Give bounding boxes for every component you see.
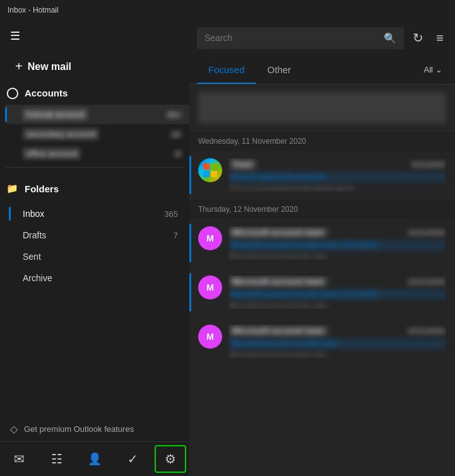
premium-link[interactable]: ◇ Get premium Outlook features <box>0 417 189 441</box>
bottom-nav: ✉ ☷ 👤 ✓ ⚙ <box>0 441 189 476</box>
folder-name-sent: Sent <box>23 252 41 262</box>
tasks-icon: ✓ <box>127 451 138 467</box>
email-subject: blurred subject link text here <box>228 172 446 182</box>
avatar <box>198 158 222 182</box>
search-icon[interactable]: 🔍 <box>384 32 396 44</box>
account-name: hotmail account <box>23 108 88 120</box>
search-bar: 🔍 ↻ ≡ <box>189 20 455 55</box>
app-title: Inbox - Hotmail <box>8 6 59 15</box>
tab-focused[interactable]: Focused <box>197 55 256 84</box>
premium-label: Get premium Outlook features <box>24 424 134 434</box>
svg-rect-3 <box>211 171 217 177</box>
accounts-section-label: ◯ Accounts <box>0 81 189 105</box>
email-sender: Team <box>228 158 257 170</box>
main-layout: ☰ + New mail ◯ Accounts hotmail account … <box>0 20 455 476</box>
list-item[interactable] <box>189 84 455 132</box>
new-mail-button[interactable]: + New mail <box>5 54 184 79</box>
calendar-icon: ☷ <box>51 451 62 467</box>
email-preview: This is a promotional email please ignor… <box>228 184 446 192</box>
account-item[interactable]: hotmail account 99+ <box>5 105 189 124</box>
email-subject: Microsoft account security code 12/11/20… <box>228 240 446 250</box>
unread-accent <box>189 224 191 262</box>
person-icon: ◯ <box>6 86 18 100</box>
list-item[interactable]: M Microsoft account team 12/11/2020 Micr… <box>189 268 455 317</box>
right-panel: 🔍 ↻ ≡ Focused Other All ⌄ <box>189 20 455 476</box>
folders-section-label: 📁 Folders <box>0 177 189 200</box>
tab-other[interactable]: Other <box>256 55 303 84</box>
account-badge: 5 <box>173 149 183 158</box>
settings-nav[interactable]: ⚙ <box>155 445 186 473</box>
filter-icon[interactable]: ≡ <box>432 27 447 49</box>
email-content: Microsoft account team 12/11/2020 Micros… <box>228 226 446 260</box>
email-subject: Microsoft account security code 12/11/20… <box>228 289 446 299</box>
account-badge: 99+ <box>165 110 183 119</box>
folder-item-sent[interactable]: Sent <box>5 246 184 267</box>
email-time: 12/11/2020 <box>406 228 446 237</box>
email-list: Wednesday, 11 November 2020 Team 4/11/20… <box>189 84 455 476</box>
folder-item-archive[interactable]: Archive <box>5 267 184 289</box>
email-time: 12/11/2020 <box>406 327 446 335</box>
account-name: office account <box>23 148 81 160</box>
folder-name-inbox: Inbox <box>23 209 44 219</box>
calendar-nav[interactable]: ☷ <box>41 445 73 473</box>
new-mail-label: New mail <box>28 61 71 73</box>
folders-list: Inbox 365 Drafts 7 Sent Archive <box>0 200 189 291</box>
search-input-container: 🔍 <box>197 27 404 49</box>
settings-icon: ⚙ <box>165 451 176 467</box>
mail-icon: ✉ <box>14 451 25 467</box>
chevron-down-icon: ⌄ <box>435 65 442 74</box>
sidebar-divider <box>5 167 184 168</box>
email-sender: Microsoft account team <box>228 226 328 238</box>
folder-name-archive: Archive <box>23 273 52 283</box>
account-item[interactable]: secondary account 12 <box>5 124 189 144</box>
hamburger-icon[interactable]: ☰ <box>10 29 25 43</box>
diamond-icon: ◇ <box>10 423 18 435</box>
people-icon: 👤 <box>88 452 102 466</box>
email-sender: Microsoft account team <box>228 276 328 287</box>
list-item[interactable]: M Microsoft account team 12/11/2020 Micr… <box>189 219 455 268</box>
sidebar: ☰ + New mail ◯ Accounts hotmail account … <box>0 20 189 476</box>
mail-nav[interactable]: ✉ <box>3 445 35 473</box>
email-row1: Microsoft account team 12/11/2020 <box>228 226 446 238</box>
email-time: 12/11/2020 <box>406 277 446 286</box>
folder-name-drafts: Drafts <box>23 230 46 240</box>
account-item[interactable]: office account 5 <box>5 144 189 163</box>
email-time: 4/11/2020 <box>410 160 446 169</box>
email-preview: Microsoft account security code... <box>228 252 446 260</box>
tabs-bar: Focused Other All ⌄ <box>189 55 455 84</box>
title-bar: Inbox - Hotmail <box>0 0 455 20</box>
email-row1: Microsoft account team 12/11/2020 <box>228 276 446 287</box>
unread-accent <box>189 156 191 194</box>
email-subject: Microsoft account security code <box>228 339 446 349</box>
accounts-list: hotmail account 99+ secondary account 12… <box>5 105 189 163</box>
list-item[interactable]: Team 4/11/2020 blurred subject link text… <box>189 151 455 200</box>
email-content: Team 4/11/2020 blurred subject link text… <box>228 158 446 192</box>
folder-count-inbox: 365 <box>164 209 178 219</box>
account-badge: 12 <box>169 130 183 139</box>
email-preview: Microsoft account security code... <box>228 301 446 309</box>
filter-all-button[interactable]: All ⌄ <box>419 61 447 78</box>
date-divider: Thursday, 12 November 2020 <box>189 200 455 219</box>
folder-item-drafts[interactable]: Drafts 7 <box>5 224 184 246</box>
search-input[interactable] <box>204 33 379 43</box>
account-name: secondary account <box>23 128 99 140</box>
folder-icon: 📁 <box>6 183 18 194</box>
avatar: M <box>198 226 222 250</box>
people-nav[interactable]: 👤 <box>79 445 110 473</box>
sync-icon[interactable]: ↻ <box>409 26 427 49</box>
folder-count-drafts: 7 <box>174 231 178 240</box>
date-divider: Wednesday, 11 November 2020 <box>189 132 455 151</box>
svg-rect-1 <box>211 163 217 170</box>
email-content: Microsoft account team 12/11/2020 Micros… <box>228 325 446 358</box>
blurred-email <box>198 92 446 124</box>
email-row1: Microsoft account team 12/11/2020 <box>228 325 446 337</box>
email-content: Microsoft account team 12/11/2020 Micros… <box>228 276 446 309</box>
svg-rect-2 <box>203 171 210 177</box>
list-item[interactable]: M Microsoft account team 12/11/2020 Micr… <box>189 317 455 366</box>
tasks-nav[interactable]: ✓ <box>117 445 148 473</box>
unread-accent <box>189 273 191 311</box>
email-preview: Microsoft account security code... <box>228 351 446 358</box>
folder-item-inbox[interactable]: Inbox 365 <box>5 203 184 224</box>
avatar: M <box>198 325 222 349</box>
avatar: M <box>198 276 222 299</box>
